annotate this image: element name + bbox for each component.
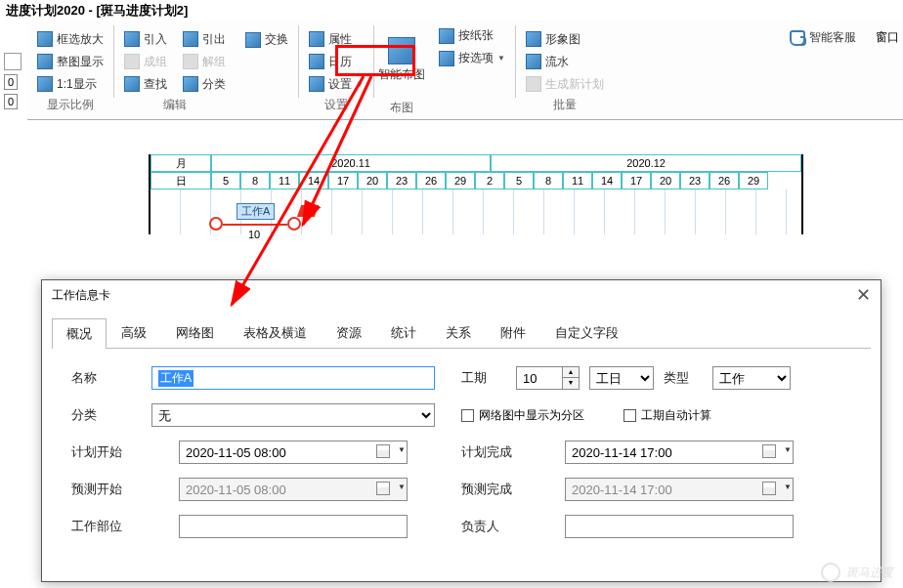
group-scale-label: 显示比例: [27, 95, 113, 116]
workpart-input[interactable]: [179, 515, 408, 538]
smart-service-label: 智能客服: [809, 29, 856, 46]
props-button[interactable]: 属性: [305, 29, 367, 50]
group-layout-label: 布图: [374, 98, 429, 119]
checkbox-icon: [624, 409, 636, 422]
spin-down-icon[interactable]: ▼: [563, 378, 579, 389]
smart-layout-button[interactable]: 智能布图: [374, 21, 429, 98]
flow-icon: [526, 54, 541, 69]
left-value-2[interactable]: [4, 94, 18, 109]
props-icon: [309, 31, 324, 47]
gantt-month-1: 2020.11: [211, 154, 491, 172]
duration-input[interactable]: [516, 366, 563, 390]
window-menu[interactable]: 窗口: [876, 29, 899, 46]
task-label[interactable]: 工作A: [236, 203, 275, 220]
gantt-task-row[interactable]: 工作A 10: [150, 189, 801, 234]
ribbon-group-settings: 属性 日历 设置▼ 设置: [299, 21, 373, 119]
tab-stats[interactable]: 统计: [376, 317, 431, 348]
calendar-button[interactable]: 日历: [305, 52, 367, 72]
gantt-month-2: 2020.12: [491, 154, 801, 172]
left-sq1[interactable]: [4, 53, 22, 70]
calendar-icon[interactable]: [376, 444, 390, 458]
tab-relation[interactable]: 关系: [431, 317, 486, 348]
export-icon: [183, 31, 198, 47]
flow-button[interactable]: 流水: [522, 52, 608, 72]
plan-end-input[interactable]: [565, 441, 794, 464]
swap-icon: [245, 32, 261, 48]
gantt-day: 23: [387, 172, 416, 189]
task-bar[interactable]: [223, 224, 287, 226]
export-button[interactable]: 引出: [179, 29, 230, 50]
shapeimg-button[interactable]: 形象图: [522, 29, 608, 50]
group-batch-label: 批量: [516, 95, 614, 116]
gantt-day: 29: [739, 172, 768, 189]
ribbon-group-edit: 引入 引出 成组 解组 查找 分类 编辑: [114, 21, 236, 119]
workpart-label: 工作部位: [71, 518, 169, 535]
tab-resource[interactable]: 资源: [322, 317, 376, 348]
group-settings-label: 设置: [299, 95, 373, 116]
left-value-1[interactable]: [4, 74, 18, 90]
gantt-day: 23: [680, 172, 710, 189]
newplan-button: 生成新计划: [522, 74, 608, 95]
dialog-tabs: 概况 高级 网络图 表格及横道 资源 统计 关系 附件 自定义字段: [52, 317, 871, 349]
boxselect-button[interactable]: 框选放大: [33, 29, 108, 50]
gear-icon: [309, 76, 324, 92]
tab-custom[interactable]: 自定义字段: [540, 317, 633, 348]
gantt-day: 8: [534, 172, 563, 189]
task-end-node[interactable]: [287, 217, 301, 231]
gantt-day: 14: [592, 172, 622, 189]
gantt-day: 5: [211, 172, 240, 189]
show-as-zone-checkbox[interactable]: 网络图中显示为分区: [461, 407, 584, 424]
tab-overview[interactable]: 概况: [52, 318, 107, 349]
ribbon-group-layout: 智能布图 布图 按纸张 按选项▼: [374, 21, 515, 119]
shapeimg-icon: [526, 31, 541, 47]
tab-advanced[interactable]: 高级: [107, 317, 161, 348]
gantt-day: 20: [358, 172, 387, 189]
fore-start-input: [179, 478, 408, 501]
gantt-day: 17: [328, 172, 358, 189]
smart-service-button[interactable]: 智能客服: [790, 29, 856, 46]
tab-network[interactable]: 网络图: [161, 317, 229, 348]
close-icon[interactable]: ✕: [856, 284, 871, 306]
manager-input[interactable]: [565, 515, 794, 538]
plan-start-label: 计划开始: [71, 443, 169, 461]
chevron-down-icon[interactable]: ▼: [784, 445, 792, 454]
bypaper-button[interactable]: 按纸张: [435, 25, 509, 46]
tab-table-bar[interactable]: 表格及横道: [229, 317, 322, 348]
ribbon: 框选放大 整图显示 1:1显示 显示比例 引入 引出 成组 解组 查找 分类 编…: [27, 21, 903, 120]
task-duration-label: 10: [248, 229, 260, 240]
import-button[interactable]: 引入: [120, 29, 171, 50]
gantt-day: 26: [416, 172, 446, 189]
gantt-day: 20: [651, 172, 680, 189]
duration-spinner[interactable]: ▲▼: [563, 366, 580, 390]
fullview-button[interactable]: 整图显示: [33, 52, 108, 72]
tab-attach[interactable]: 附件: [486, 317, 540, 348]
gantt-day: 14: [299, 172, 328, 189]
classify-button[interactable]: 分类: [179, 74, 230, 95]
auto-duration-checkbox[interactable]: 工期自动计算: [624, 407, 711, 424]
plan-start-input[interactable]: [179, 441, 408, 464]
spin-up-icon[interactable]: ▲: [563, 367, 579, 378]
headset-icon: [790, 30, 805, 46]
ribbon-group-batch: 形象图 流水 生成新计划 批量: [516, 21, 614, 119]
fore-end-input: [565, 478, 794, 501]
group-edit-label: 编辑: [114, 95, 236, 116]
gantt-day: 2: [475, 172, 504, 189]
one2one-icon: [37, 76, 53, 92]
option-icon: [439, 51, 454, 66]
calendar-icon: [762, 482, 776, 495]
gantt-days-row: 日 5 8 11 14 17 20 23 26 29 2 5 8 11 14 1…: [150, 172, 801, 189]
settings-button[interactable]: 设置▼: [305, 74, 367, 95]
class-select[interactable]: 无: [151, 403, 435, 427]
chevron-down-icon: ▼: [497, 54, 505, 63]
task-start-node[interactable]: [209, 217, 223, 231]
swap-button[interactable]: 交换: [241, 29, 292, 50]
find-button[interactable]: 查找: [120, 74, 171, 95]
type-select[interactable]: 工作: [712, 366, 791, 390]
calendar-icon[interactable]: [762, 444, 776, 458]
byoption-button[interactable]: 按选项▼: [435, 48, 509, 68]
one2one-button[interactable]: 1:1显示: [33, 74, 108, 95]
group-button: 成组: [120, 52, 171, 72]
duration-unit-select[interactable]: 工日: [589, 366, 654, 390]
name-input[interactable]: 工作A: [151, 366, 435, 390]
chevron-down-icon[interactable]: ▼: [398, 445, 406, 454]
